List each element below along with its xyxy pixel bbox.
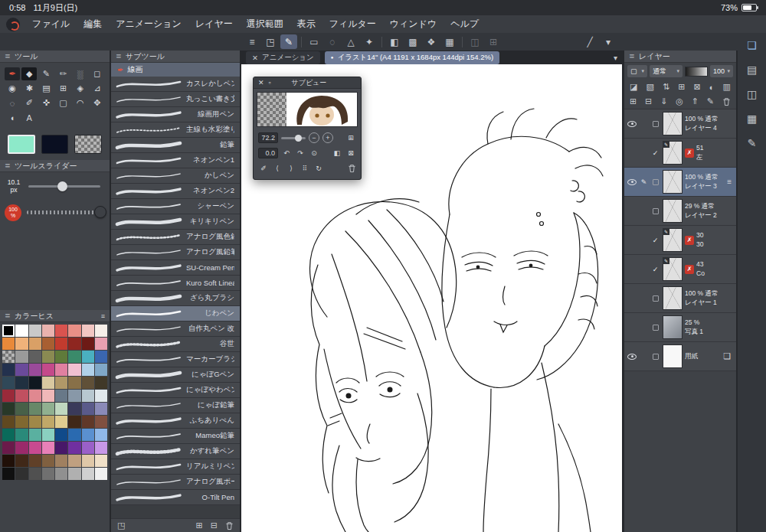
- color-history-swatch-34[interactable]: [29, 377, 41, 389]
- color-history-swatch-43[interactable]: [42, 390, 54, 402]
- color-history-swatch-5[interactable]: [68, 325, 80, 337]
- image-list-icon[interactable]: ⠿: [300, 165, 310, 172]
- subview-zoom-slider[interactable]: [281, 137, 306, 139]
- balloon-tool-icon[interactable]: ◖: [5, 111, 20, 124]
- subtool-item-14[interactable]: ざら丸ブラシ: [111, 291, 240, 306]
- color-history-swatch-19[interactable]: [42, 351, 54, 363]
- layer-thumbnail[interactable]: [663, 315, 683, 339]
- color-history-swatch-3[interactable]: [42, 325, 54, 337]
- subtool-item-4[interactable]: 鉛筆: [111, 138, 240, 153]
- subtool-item-10[interactable]: アナログ風色鉛筆: [111, 230, 240, 245]
- delete-subtool-icon[interactable]: [225, 521, 234, 530]
- color-history-swatch-24[interactable]: [2, 364, 15, 376]
- line-tool-icon[interactable]: ╱: [581, 34, 598, 49]
- subtool-item-2[interactable]: 線画用ペン: [111, 107, 240, 122]
- menu-item-8[interactable]: ヘルプ: [444, 15, 486, 33]
- color-history-swatch-27[interactable]: [42, 364, 54, 376]
- subtool-item-15[interactable]: じわペン: [111, 306, 240, 321]
- color-history-swatch-62[interactable]: [82, 416, 94, 428]
- material-palette-icon[interactable]: ▦: [747, 113, 757, 125]
- layer-visible-eye-icon[interactable]: [627, 121, 637, 127]
- transparent-color-swatch[interactable]: [74, 135, 102, 154]
- color-history-swatch-56[interactable]: [2, 416, 15, 428]
- layer-row-layer-2-clip-a[interactable]: ✓✎✗3030: [624, 226, 736, 255]
- layer-checkbox[interactable]: [653, 121, 659, 127]
- color-history-swatch-25[interactable]: [15, 364, 28, 376]
- hand-tool-icon[interactable]: ✥: [90, 96, 105, 109]
- new-folder-icon[interactable]: ⊟: [645, 96, 652, 106]
- auto-select-icon[interactable]: ✦: [361, 34, 378, 49]
- color-history-swatch-61[interactable]: [68, 416, 80, 428]
- zoom-out-icon[interactable]: −: [309, 132, 319, 143]
- color-history-swatch-77[interactable]: [68, 442, 80, 454]
- color-history-swatch-2[interactable]: [29, 325, 41, 337]
- subtool-item-1[interactable]: 丸っこい書き文字ペン: [111, 92, 240, 107]
- color-history-swatch-80[interactable]: [2, 455, 15, 467]
- subview-panel[interactable]: ✕ ▫ サブビュー 72.2 − + ⊞ 0.0 ↶ ↷ ⊙ ◧ ⊠ ✐ ⟨: [253, 77, 362, 180]
- layer-checkbox[interactable]: [653, 325, 659, 331]
- layer-tone-icon[interactable]: ▧: [646, 82, 653, 92]
- layer-checkbox[interactable]: [653, 208, 659, 214]
- color-history-swatch-70[interactable]: [82, 429, 94, 441]
- layer-row-layer-2[interactable]: 29 % 通常レイヤー 2: [624, 197, 736, 226]
- color-history-swatch-54[interactable]: [82, 403, 94, 415]
- color-history-swatch-21[interactable]: [68, 351, 80, 363]
- layer-mask-icon[interactable]: ◎: [676, 96, 683, 106]
- layer-drag-handle[interactable]: ≡: [727, 178, 733, 186]
- decoration-icon[interactable]: ❖: [423, 34, 440, 49]
- subtool-item-27[interactable]: O-Tilt Pen: [111, 490, 240, 505]
- color-history-swatch-8[interactable]: [2, 338, 15, 350]
- history-palette-icon[interactable]: ✎: [748, 137, 757, 149]
- pen-tool-icon[interactable]: ✒: [5, 67, 20, 80]
- color-history-swatch-81[interactable]: [15, 455, 28, 467]
- subview-zoom-handle[interactable]: [295, 135, 302, 142]
- lock-layer-icon[interactable]: ⊠: [694, 82, 701, 92]
- color-history-swatch-41[interactable]: [15, 390, 28, 402]
- flip-horizontal-icon[interactable]: ◧: [332, 149, 342, 157]
- next-image-icon[interactable]: ⟩: [286, 165, 296, 172]
- color-history-swatch-13[interactable]: [68, 338, 80, 350]
- move-tool-icon[interactable]: ✜: [38, 96, 54, 109]
- blend-tool-icon[interactable]: ◉: [5, 82, 20, 95]
- merge-down-icon[interactable]: ⇓: [660, 96, 667, 106]
- ruler-layer-icon[interactable]: ▥: [723, 82, 731, 92]
- tab-close-icon[interactable]: ✕: [252, 54, 258, 62]
- panel-menu-icon[interactable]: ≡: [101, 312, 105, 320]
- menu-item-2[interactable]: アニメーション: [109, 15, 188, 33]
- text-tool-icon[interactable]: A: [21, 111, 37, 124]
- lasso-tool-icon[interactable]: ◠: [73, 96, 88, 109]
- menu-item-3[interactable]: レイヤー: [188, 15, 240, 33]
- subtool-item-6[interactable]: かしペン: [111, 168, 240, 184]
- tool-slider-header[interactable]: 〓 ツールスライダー: [0, 160, 110, 172]
- color-history-swatch-92[interactable]: [55, 468, 67, 480]
- zoom-in-icon[interactable]: +: [322, 132, 333, 143]
- layer-type-combo[interactable]: ▢▾: [627, 65, 647, 77]
- subtool-item-0[interactable]: カスレかしペン: [111, 77, 240, 92]
- brush-texture-preview[interactable]: [685, 67, 708, 77]
- layer-checkbox[interactable]: [653, 179, 659, 185]
- rotate-left-icon[interactable]: ↶: [281, 149, 292, 157]
- color-history-swatch-18[interactable]: [29, 351, 41, 363]
- layer-row-paper[interactable]: 用紙❏: [624, 342, 736, 371]
- selection-tool-icon[interactable]: ▢: [55, 96, 70, 109]
- color-history-swatch-46[interactable]: [82, 390, 94, 402]
- combine-icon[interactable]: ⊞: [678, 82, 685, 92]
- layer-row-photo-1[interactable]: 25 %写真 1: [624, 313, 736, 342]
- pattern-icon[interactable]: ▦: [441, 34, 458, 49]
- color-history-swatch-31[interactable]: [95, 364, 107, 376]
- grid-tool-icon[interactable]: ⊞: [55, 82, 70, 95]
- subtool-item-11[interactable]: アナログ風鉛筆: [111, 245, 240, 260]
- gradient-icon[interactable]: ▩: [404, 34, 421, 49]
- subtool-item-8[interactable]: シャーペン: [111, 199, 240, 214]
- pen-mode-icon[interactable]: ✎: [280, 34, 297, 49]
- tool-panel-header[interactable]: 〓 ツール: [0, 51, 110, 63]
- layer-palette-icon[interactable]: ❏: [747, 39, 757, 51]
- layer-property-icon[interactable]: ▤: [747, 64, 757, 76]
- opacity-handle[interactable]: [94, 206, 106, 218]
- layer-thumbnail[interactable]: [663, 344, 683, 368]
- color-history-swatch-53[interactable]: [68, 403, 80, 415]
- color-history-swatch-33[interactable]: [15, 377, 28, 389]
- color-history-swatch-50[interactable]: [29, 403, 41, 415]
- color-history-swatch-59[interactable]: [42, 416, 54, 428]
- subtool-item-24[interactable]: かすれ筆ペン: [111, 444, 240, 459]
